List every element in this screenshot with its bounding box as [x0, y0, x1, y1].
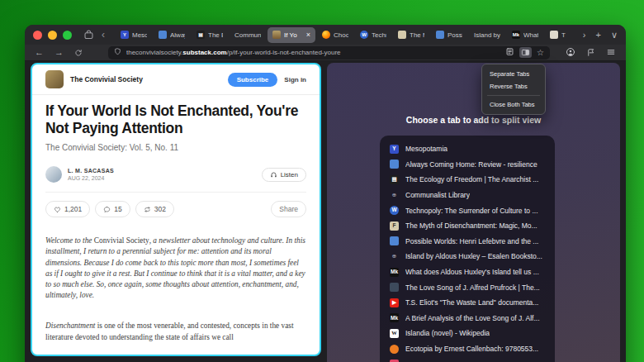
listen-button[interactable]: Listen [262, 168, 306, 182]
tab-picker-label: The Love Song of J. Alfred Prufrock | Th… [405, 283, 540, 292]
tab-scroll-right-icon[interactable]: › [583, 30, 586, 40]
browser-tab[interactable]: T [545, 27, 571, 43]
zoom-window-button[interactable] [63, 31, 72, 40]
tab-picker-favicon: Mk [390, 313, 399, 322]
tab-picker-item[interactable]: W Technopoly: The Surrender of Culture t… [390, 202, 545, 218]
tab-picker-item[interactable]: Always Coming Home: Review - resilience [390, 157, 545, 173]
tab-favicon: ▤ [197, 31, 205, 39]
split-view-heading: Choose a tab to add to split view [327, 115, 620, 125]
browser-tab[interactable]: If Yo × [268, 27, 315, 43]
tab-picker-favicon [390, 160, 399, 169]
tab-picker-item[interactable]: W Islandia (novel) - Wikipedia [390, 326, 545, 341]
tab-picker-item[interactable]: Possible Worlds: Henri Lefebvre and the … [390, 234, 545, 250]
tab-picker-favicon: Y [390, 145, 399, 154]
navbar: ← → theconvivialsociety.substack.com/p/i… [25, 45, 626, 61]
browser-tab[interactable]: Communa [230, 27, 266, 43]
tab-favicon [159, 31, 167, 39]
account-icon[interactable] [566, 45, 575, 60]
tab-picker-favicon: W [390, 329, 399, 338]
menu-divider [487, 95, 540, 96]
browser-tab[interactable]: Mk What [507, 27, 543, 43]
browser-tab[interactable]: Possi [431, 27, 467, 43]
subscribe-button[interactable]: Subscribe [228, 73, 278, 87]
tab-picker-item[interactable]: Y Mesopotamia [390, 141, 545, 157]
close-window-button[interactable] [33, 31, 42, 40]
browser-tab[interactable]: Island by A [469, 27, 505, 43]
tab-picker-label: The Myth of Disenchantment: Magic, Mo... [405, 221, 537, 230]
menu-hamburger-icon[interactable] [606, 45, 616, 60]
url-bar[interactable]: theconvivialsociety.substack.com/p/if-yo… [108, 46, 550, 60]
forward-button[interactable]: → [54, 48, 64, 57]
tab-picker-label: Communalist Library [405, 191, 470, 199]
shield-icon[interactable] [114, 48, 121, 57]
tab-strip: Y Mesop Alway ▤ The E [116, 27, 571, 43]
tab-favicon: W [360, 31, 368, 39]
publication-avatar[interactable] [45, 70, 64, 88]
list-all-tabs-icon[interactable]: ∨ [611, 30, 618, 40]
tab-picker-label: A Brief Analysis of the Love Song of J. … [405, 314, 540, 322]
tab-label: The E [208, 31, 223, 39]
author-name[interactable]: L. M. SACASAS [68, 168, 114, 174]
split-pane-article[interactable]: The Convivial Society Subscribe Sign in … [31, 63, 321, 356]
extension-icon[interactable] [586, 45, 595, 60]
restack-icon [144, 206, 151, 213]
tab-label: Alway [170, 31, 185, 39]
article-intro-paragraph: Welcome to the Convivial Society, a news… [45, 236, 306, 301]
tab-favicon [272, 31, 281, 39]
tab-picker-favicon: W [390, 206, 399, 215]
tab-picker-panel: Y Mesopotamia Always Coming Home: Review… [380, 136, 555, 362]
article-subtitle: The Convivial Society: Vol. 5, No. 11 [45, 143, 306, 152]
tab-picker-label: Mesopotamia [405, 145, 447, 153]
engagement-row: 1,201 15 302 Share [45, 192, 306, 217]
tab-picker-label: Technopoly: The Surrender of Culture to … [405, 207, 538, 215]
reader-view-icon[interactable] [505, 47, 514, 58]
tab-picker-item[interactable]: ▶ T.S. Eliot's "The Waste Land" document… [390, 295, 545, 311]
tab-picker-item[interactable]: Ecotopia by Ernest Callenbach: 9780553..… [390, 341, 545, 357]
tab-label: Techn [372, 31, 386, 39]
tab-picker-item[interactable]: The Love Song of J. Alfred Prufrock | Th… [390, 279, 545, 295]
sign-in-link[interactable]: Sign in [284, 76, 306, 83]
browser-tab[interactable]: W Techn [355, 27, 391, 43]
tab-favicon: Y [121, 31, 129, 39]
menu-item-close-both-tabs[interactable]: Close Both Tabs [482, 98, 545, 111]
byline: L. M. SACASAS AUG 22, 2024 Listen [45, 166, 306, 183]
browser-tab[interactable]: Choos [317, 27, 353, 43]
browser-window: ‹ Y Mesop Alway ▤ The E [25, 25, 626, 362]
tab-picker-item[interactable]: Mk A Brief Analysis of the Love Song of … [390, 311, 545, 326]
likes-button[interactable]: 1,201 [45, 201, 90, 217]
browser-tab[interactable]: The M [393, 27, 429, 43]
restacks-button[interactable]: 302 [135, 201, 174, 217]
tab-picker-item[interactable] [390, 356, 545, 362]
tab-favicon [436, 31, 444, 39]
tab-scroll-left-icon[interactable]: ‹ [99, 29, 107, 40]
tab-picker-favicon [390, 283, 399, 292]
tab-picker-item[interactable]: Mk What does Aldous Huxley's Island tell… [390, 264, 545, 280]
browser-tab[interactable]: Y Mesop [116, 27, 152, 43]
tab-picker-item[interactable]: ▤ The Ecology of Freedom | The Anarchist… [390, 172, 545, 188]
menu-item-reverse-tabs[interactable]: Reverse Tabs [482, 80, 545, 93]
tab-close-icon[interactable]: × [306, 31, 310, 39]
split-view-icon[interactable] [519, 47, 532, 58]
minimize-window-button[interactable] [48, 31, 57, 40]
tab-picker-label: Possible Worlds: Henri Lefebvre and the … [405, 237, 538, 245]
tab-picker-item[interactable]: ⊕ Communalist Library [390, 188, 545, 203]
comment-icon [103, 206, 111, 213]
reload-button[interactable] [74, 49, 83, 57]
browser-tab[interactable]: Alway [154, 27, 190, 43]
new-tab-button[interactable]: + [596, 30, 601, 40]
bookmark-star-icon[interactable]: ☆ [537, 48, 544, 57]
back-button[interactable]: ← [35, 48, 44, 57]
browser-tab[interactable]: ▤ The E [192, 27, 228, 43]
tab-picker-item[interactable]: ⊕ Island by Aldous Huxley – Esalen Books… [390, 249, 545, 264]
author-avatar[interactable] [45, 166, 62, 183]
tab-picker-favicon [390, 236, 399, 245]
split-view-menu: Separate Tabs Reverse Tabs Close Both Ta… [481, 64, 546, 115]
tab-strip-controls: › + ∨ [583, 30, 618, 40]
tab-picker-label: Always Coming Home: Review - resilience [405, 160, 537, 169]
share-button[interactable]: Share [271, 201, 306, 217]
comments-button[interactable]: 15 [95, 201, 130, 217]
tab-picker-item[interactable]: F The Myth of Disenchantment: Magic, Mo.… [390, 218, 545, 234]
menu-item-separate-tabs[interactable]: Separate Tabs [482, 68, 545, 80]
publication-name[interactable]: The Convivial Society [70, 75, 221, 83]
toolbox-icon[interactable] [83, 30, 94, 40]
